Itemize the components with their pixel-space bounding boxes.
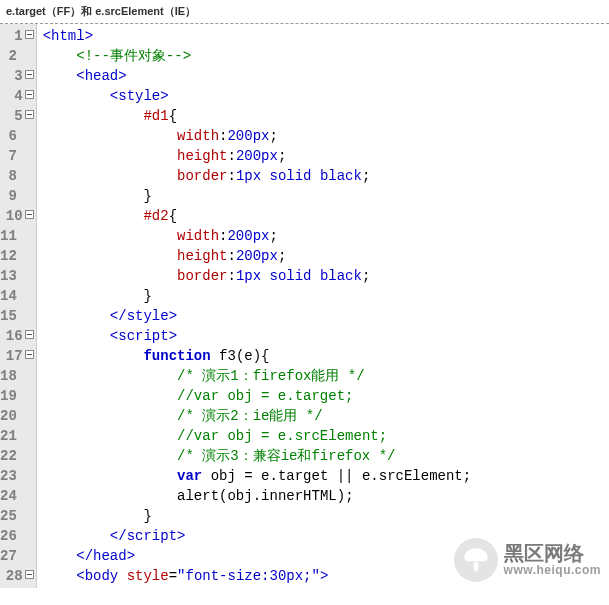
- line-number: 9: [0, 186, 36, 206]
- fold-icon[interactable]: [25, 570, 34, 579]
- line-number: 23: [0, 466, 36, 486]
- code-line: <script>: [43, 326, 609, 346]
- code-line: <html>: [43, 26, 609, 46]
- code-line: //var obj = e.target;: [43, 386, 609, 406]
- line-number: 20: [0, 406, 36, 426]
- line-number: 16: [0, 326, 36, 346]
- line-number: 10: [0, 206, 36, 226]
- code-line: border:1px solid black;: [43, 166, 609, 186]
- line-number: 1: [0, 26, 36, 46]
- code-line: width:200px;: [43, 126, 609, 146]
- code-line: }: [43, 286, 609, 306]
- code-line: <body style="font-size:30px;">: [43, 566, 609, 586]
- code-line: #d1{: [43, 106, 609, 126]
- line-number: 13: [0, 266, 36, 286]
- fold-icon[interactable]: [25, 350, 34, 359]
- line-number: 18: [0, 366, 36, 386]
- code-line: <head>: [43, 66, 609, 86]
- code-line: </script>: [43, 526, 609, 546]
- line-number: 21: [0, 426, 36, 446]
- line-number: 24: [0, 486, 36, 506]
- code-line: var obj = e.target || e.srcElement;: [43, 466, 609, 486]
- code-line: #d2{: [43, 206, 609, 226]
- line-number: 19: [0, 386, 36, 406]
- code-line: /* 演示1：firefox能用 */: [43, 366, 609, 386]
- line-number: 14: [0, 286, 36, 306]
- line-number: 25: [0, 506, 36, 526]
- code-line: height:200px;: [43, 246, 609, 266]
- line-number: 6: [0, 126, 36, 146]
- code-line: <style>: [43, 86, 609, 106]
- code-line: </style>: [43, 306, 609, 326]
- line-number: 3: [0, 66, 36, 86]
- line-number: 7: [0, 146, 36, 166]
- line-number: 12: [0, 246, 36, 266]
- line-number: 17: [0, 346, 36, 366]
- code-line: height:200px;: [43, 146, 609, 166]
- code-line: border:1px solid black;: [43, 266, 609, 286]
- fold-icon[interactable]: [25, 210, 34, 219]
- line-number: 4: [0, 86, 36, 106]
- fold-icon[interactable]: [25, 30, 34, 39]
- code-line: /* 演示3：兼容ie和firefox */: [43, 446, 609, 466]
- fold-icon[interactable]: [25, 330, 34, 339]
- code-line: /* 演示2：ie能用 */: [43, 406, 609, 426]
- line-number: 8: [0, 166, 36, 186]
- code-line: width:200px;: [43, 226, 609, 246]
- code-line: //var obj = e.srcElement;: [43, 426, 609, 446]
- code-line: <!--事件对象-->: [43, 46, 609, 66]
- code-line: alert(obj.innerHTML);: [43, 486, 609, 506]
- line-number: 26: [0, 526, 36, 546]
- line-gutter: 1 2 3 4 5 6 7 8 9 10 11 12 13 14 15 16 1…: [0, 24, 37, 588]
- code-area[interactable]: <html> <!--事件对象--> <head> <style> #d1{ w…: [37, 24, 609, 588]
- fold-icon[interactable]: [25, 90, 34, 99]
- fold-icon[interactable]: [25, 110, 34, 119]
- line-number: 2: [0, 46, 36, 66]
- line-number: 11: [0, 226, 36, 246]
- code-line: </head>: [43, 546, 609, 566]
- fold-icon[interactable]: [25, 70, 34, 79]
- code-line: function f3(e){: [43, 346, 609, 366]
- code-editor: 1 2 3 4 5 6 7 8 9 10 11 12 13 14 15 16 1…: [0, 24, 609, 588]
- line-number: 22: [0, 446, 36, 466]
- line-number: 28: [0, 566, 36, 586]
- code-line: }: [43, 186, 609, 206]
- line-number: 5: [0, 106, 36, 126]
- line-number: 27: [0, 546, 36, 566]
- page-header: e.target（FF）和 e.srcElement（IE）: [0, 0, 609, 24]
- code-line: }: [43, 506, 609, 526]
- line-number: 15: [0, 306, 36, 326]
